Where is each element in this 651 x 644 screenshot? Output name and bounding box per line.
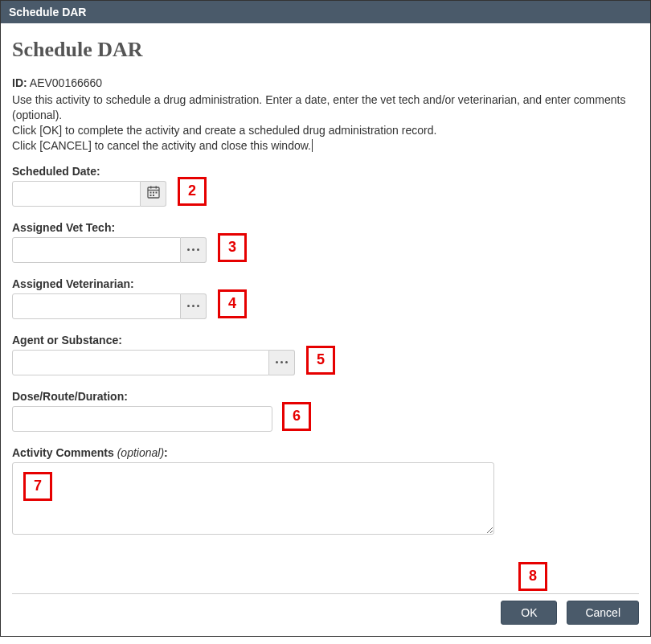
instructions-line-2: Click [OK] to complete the activity and …	[12, 123, 639, 138]
svg-rect-4	[149, 192, 151, 194]
scheduled-date-label: Scheduled Date:	[12, 165, 639, 178]
callout-6: 6	[282, 402, 311, 431]
field-comments: Activity Comments (optional): 7	[12, 446, 639, 537]
ok-button[interactable]: OK	[501, 601, 557, 625]
ellipsis-icon	[187, 248, 199, 251]
window-title: Schedule DAR	[9, 6, 86, 18]
svg-rect-3	[155, 187, 157, 189]
field-vet-tech: Assigned Vet Tech: 3	[12, 221, 639, 263]
id-line: ID: AEV00166660	[12, 76, 639, 89]
svg-rect-6	[155, 192, 157, 194]
window-titlebar: Schedule DAR	[1, 1, 650, 23]
field-dose: Dose/Route/Duration: 6	[12, 390, 639, 432]
callout-4: 4	[218, 289, 247, 318]
id-label: ID:	[12, 76, 27, 89]
vet-tech-input[interactable]	[12, 237, 181, 263]
instructions: Use this activity to schedule a drug adm…	[12, 92, 639, 154]
svg-rect-5	[153, 192, 154, 194]
agent-lookup-button[interactable]	[269, 350, 295, 375]
instructions-line-1: Use this activity to schedule a drug adm…	[12, 92, 639, 123]
field-scheduled-date: Scheduled Date: 2	[12, 165, 639, 207]
comments-textarea[interactable]	[12, 462, 494, 535]
dose-label: Dose/Route/Duration:	[12, 390, 639, 403]
veterinarian-lookup-button[interactable]	[181, 293, 207, 319]
callout-7: 7	[23, 472, 52, 501]
callout-8: 8	[518, 562, 547, 591]
content-area: Schedule DAR ID: AEV00166660 Use this ac…	[1, 23, 650, 594]
calendar-icon	[147, 186, 160, 201]
id-value: AEV00166660	[30, 76, 102, 89]
vet-tech-lookup-button[interactable]	[181, 237, 207, 263]
svg-rect-7	[149, 195, 151, 196]
field-veterinarian: Assigned Veterinarian: 4	[12, 277, 639, 319]
instructions-line-3: Click [CANCEL] to cancel the activity an…	[12, 138, 639, 154]
scheduled-date-picker-button[interactable]	[141, 181, 166, 207]
scheduled-date-input[interactable]	[12, 181, 141, 207]
dose-input[interactable]	[12, 406, 272, 432]
footer-separator	[12, 593, 639, 594]
ellipsis-icon	[276, 361, 288, 363]
cancel-button[interactable]: Cancel	[567, 601, 639, 625]
svg-rect-2	[150, 187, 152, 189]
agent-label: Agent or Substance:	[12, 334, 639, 347]
svg-rect-8	[153, 195, 154, 196]
ellipsis-icon	[187, 305, 199, 307]
callout-2: 2	[178, 177, 207, 206]
veterinarian-label: Assigned Veterinarian:	[12, 277, 639, 290]
callout-3: 3	[218, 233, 247, 262]
page-heading: Schedule DAR	[12, 38, 639, 62]
text-cursor	[312, 139, 313, 152]
footer: 8 OK Cancel	[1, 601, 650, 636]
veterinarian-input[interactable]	[12, 293, 181, 319]
agent-input[interactable]	[12, 350, 269, 375]
vet-tech-label: Assigned Vet Tech:	[12, 221, 639, 234]
comments-label: Activity Comments (optional):	[12, 446, 639, 459]
callout-5: 5	[306, 346, 335, 375]
field-agent: Agent or Substance: 5	[12, 334, 639, 375]
